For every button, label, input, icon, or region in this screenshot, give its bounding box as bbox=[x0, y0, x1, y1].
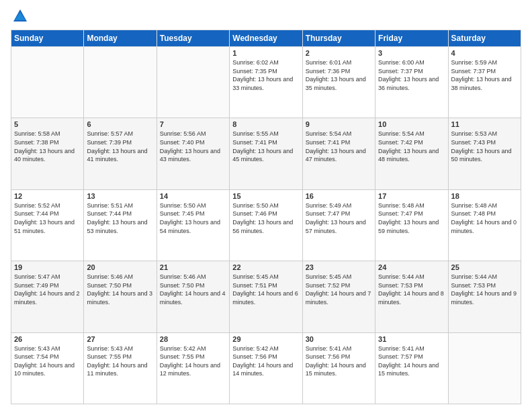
day-number: 8 bbox=[232, 120, 299, 128]
day-cell: 1Sunrise: 6:02 AMSunset: 7:35 PMDaylight… bbox=[230, 47, 302, 118]
day-cell: 17Sunrise: 5:48 AMSunset: 7:47 PMDayligh… bbox=[375, 189, 448, 261]
day-info: Sunrise: 5:46 AMSunset: 7:50 PMDaylight:… bbox=[160, 273, 226, 306]
day-info: Sunrise: 6:02 AMSunset: 7:35 PMDaylight:… bbox=[232, 58, 299, 92]
day-cell: 4Sunrise: 5:59 AMSunset: 7:37 PMDaylight… bbox=[448, 47, 521, 118]
day-cell: 24Sunrise: 5:44 AMSunset: 7:53 PMDayligh… bbox=[375, 261, 448, 332]
day-cell: 5Sunrise: 5:58 AMSunset: 7:38 PMDaylight… bbox=[11, 118, 84, 189]
day-info: Sunrise: 5:47 AMSunset: 7:49 PMDaylight:… bbox=[14, 273, 81, 306]
calendar-header: SundayMondayTuesdayWednesdayThursdayFrid… bbox=[11, 30, 521, 47]
day-cell: 12Sunrise: 5:52 AMSunset: 7:44 PMDayligh… bbox=[11, 189, 84, 261]
day-cell: 30Sunrise: 5:41 AMSunset: 7:56 PMDayligh… bbox=[302, 332, 375, 404]
day-cell: 27Sunrise: 5:43 AMSunset: 7:55 PMDayligh… bbox=[84, 332, 157, 404]
day-number: 23 bbox=[306, 263, 372, 271]
day-info: Sunrise: 6:00 AMSunset: 7:37 PMDaylight:… bbox=[378, 58, 445, 92]
day-number: 19 bbox=[14, 263, 81, 271]
day-number: 5 bbox=[14, 120, 81, 128]
day-header: Monday bbox=[84, 30, 157, 47]
day-cell: 29Sunrise: 5:42 AMSunset: 7:56 PMDayligh… bbox=[230, 332, 302, 404]
day-number: 12 bbox=[14, 192, 81, 200]
day-number: 3 bbox=[378, 49, 445, 57]
day-info: Sunrise: 5:43 AMSunset: 7:54 PMDaylight:… bbox=[14, 345, 81, 378]
day-cell: 22Sunrise: 5:45 AMSunset: 7:51 PMDayligh… bbox=[230, 261, 302, 332]
page: SundayMondayTuesdayWednesdayThursdayFrid… bbox=[0, 0, 532, 411]
day-info: Sunrise: 5:52 AMSunset: 7:44 PMDaylight:… bbox=[14, 201, 81, 235]
day-header: Thursday bbox=[302, 30, 375, 47]
day-info: Sunrise: 5:42 AMSunset: 7:55 PMDaylight:… bbox=[160, 345, 226, 378]
day-number: 30 bbox=[306, 335, 372, 343]
day-cell bbox=[11, 47, 84, 118]
logo bbox=[11, 7, 32, 26]
day-number: 18 bbox=[451, 192, 518, 200]
week-row: 12Sunrise: 5:52 AMSunset: 7:44 PMDayligh… bbox=[11, 189, 521, 261]
day-cell: 21Sunrise: 5:46 AMSunset: 7:50 PMDayligh… bbox=[157, 261, 229, 332]
day-info: Sunrise: 5:41 AMSunset: 7:57 PMDaylight:… bbox=[378, 345, 445, 378]
day-cell: 26Sunrise: 5:43 AMSunset: 7:54 PMDayligh… bbox=[11, 332, 84, 404]
day-cell bbox=[157, 47, 229, 118]
day-info: Sunrise: 5:41 AMSunset: 7:56 PMDaylight:… bbox=[306, 345, 372, 378]
week-row: 1Sunrise: 6:02 AMSunset: 7:35 PMDaylight… bbox=[11, 47, 521, 118]
day-number: 17 bbox=[378, 192, 445, 200]
day-number: 21 bbox=[160, 263, 226, 271]
day-info: Sunrise: 5:45 AMSunset: 7:51 PMDaylight:… bbox=[232, 273, 299, 306]
day-number: 28 bbox=[160, 335, 226, 343]
day-info: Sunrise: 5:51 AMSunset: 7:44 PMDaylight:… bbox=[87, 201, 153, 235]
calendar-table: SundayMondayTuesdayWednesdayThursdayFrid… bbox=[11, 30, 521, 404]
day-cell: 28Sunrise: 5:42 AMSunset: 7:55 PMDayligh… bbox=[157, 332, 229, 404]
day-info: Sunrise: 5:56 AMSunset: 7:40 PMDaylight:… bbox=[160, 130, 226, 163]
day-info: Sunrise: 5:43 AMSunset: 7:55 PMDaylight:… bbox=[87, 345, 153, 378]
day-info: Sunrise: 5:48 AMSunset: 7:47 PMDaylight:… bbox=[378, 201, 445, 235]
day-number: 16 bbox=[306, 192, 372, 200]
day-cell: 10Sunrise: 5:54 AMSunset: 7:42 PMDayligh… bbox=[375, 118, 448, 189]
day-header: Wednesday bbox=[230, 30, 302, 47]
day-info: Sunrise: 5:49 AMSunset: 7:47 PMDaylight:… bbox=[306, 201, 372, 235]
logo-icon bbox=[11, 7, 30, 26]
day-cell: 13Sunrise: 5:51 AMSunset: 7:44 PMDayligh… bbox=[84, 189, 157, 261]
header bbox=[11, 7, 521, 26]
day-number: 9 bbox=[306, 120, 372, 128]
day-header: Tuesday bbox=[157, 30, 229, 47]
day-cell: 18Sunrise: 5:48 AMSunset: 7:48 PMDayligh… bbox=[448, 189, 521, 261]
calendar-body: 1Sunrise: 6:02 AMSunset: 7:35 PMDaylight… bbox=[11, 47, 521, 404]
day-info: Sunrise: 5:45 AMSunset: 7:52 PMDaylight:… bbox=[306, 273, 372, 306]
day-info: Sunrise: 5:50 AMSunset: 7:45 PMDaylight:… bbox=[160, 201, 226, 235]
day-cell bbox=[448, 332, 521, 404]
day-number: 7 bbox=[160, 120, 226, 128]
day-cell: 7Sunrise: 5:56 AMSunset: 7:40 PMDaylight… bbox=[157, 118, 229, 189]
day-number: 24 bbox=[378, 263, 445, 271]
day-number: 13 bbox=[87, 192, 153, 200]
day-cell: 6Sunrise: 5:57 AMSunset: 7:39 PMDaylight… bbox=[84, 118, 157, 189]
day-cell: 2Sunrise: 6:01 AMSunset: 7:36 PMDaylight… bbox=[302, 47, 375, 118]
day-info: Sunrise: 5:44 AMSunset: 7:53 PMDaylight:… bbox=[451, 273, 518, 306]
day-number: 1 bbox=[232, 49, 299, 57]
day-info: Sunrise: 5:55 AMSunset: 7:41 PMDaylight:… bbox=[232, 130, 299, 163]
day-number: 14 bbox=[160, 192, 226, 200]
day-info: Sunrise: 6:01 AMSunset: 7:36 PMDaylight:… bbox=[306, 58, 372, 92]
day-cell: 14Sunrise: 5:50 AMSunset: 7:45 PMDayligh… bbox=[157, 189, 229, 261]
day-info: Sunrise: 5:54 AMSunset: 7:42 PMDaylight:… bbox=[378, 130, 445, 163]
day-number: 2 bbox=[306, 49, 372, 57]
day-number: 15 bbox=[232, 192, 299, 200]
day-info: Sunrise: 5:50 AMSunset: 7:46 PMDaylight:… bbox=[232, 201, 299, 235]
day-cell: 20Sunrise: 5:46 AMSunset: 7:50 PMDayligh… bbox=[84, 261, 157, 332]
day-cell: 15Sunrise: 5:50 AMSunset: 7:46 PMDayligh… bbox=[230, 189, 302, 261]
header-row: SundayMondayTuesdayWednesdayThursdayFrid… bbox=[11, 30, 521, 47]
day-info: Sunrise: 5:54 AMSunset: 7:41 PMDaylight:… bbox=[306, 130, 372, 163]
day-number: 6 bbox=[87, 120, 153, 128]
day-cell: 25Sunrise: 5:44 AMSunset: 7:53 PMDayligh… bbox=[448, 261, 521, 332]
day-number: 20 bbox=[87, 263, 153, 271]
day-cell: 19Sunrise: 5:47 AMSunset: 7:49 PMDayligh… bbox=[11, 261, 84, 332]
day-number: 4 bbox=[451, 49, 518, 57]
day-cell: 11Sunrise: 5:53 AMSunset: 7:43 PMDayligh… bbox=[448, 118, 521, 189]
day-cell: 16Sunrise: 5:49 AMSunset: 7:47 PMDayligh… bbox=[302, 189, 375, 261]
day-number: 29 bbox=[232, 335, 299, 343]
week-row: 5Sunrise: 5:58 AMSunset: 7:38 PMDaylight… bbox=[11, 118, 521, 189]
day-info: Sunrise: 5:57 AMSunset: 7:39 PMDaylight:… bbox=[87, 130, 153, 163]
day-header: Friday bbox=[375, 30, 448, 47]
day-header: Sunday bbox=[11, 30, 84, 47]
day-info: Sunrise: 5:59 AMSunset: 7:37 PMDaylight:… bbox=[451, 58, 518, 92]
day-cell: 31Sunrise: 5:41 AMSunset: 7:57 PMDayligh… bbox=[375, 332, 448, 404]
day-info: Sunrise: 5:46 AMSunset: 7:50 PMDaylight:… bbox=[87, 273, 153, 306]
day-number: 31 bbox=[378, 335, 445, 343]
day-header: Saturday bbox=[448, 30, 521, 47]
day-info: Sunrise: 5:58 AMSunset: 7:38 PMDaylight:… bbox=[14, 130, 81, 163]
